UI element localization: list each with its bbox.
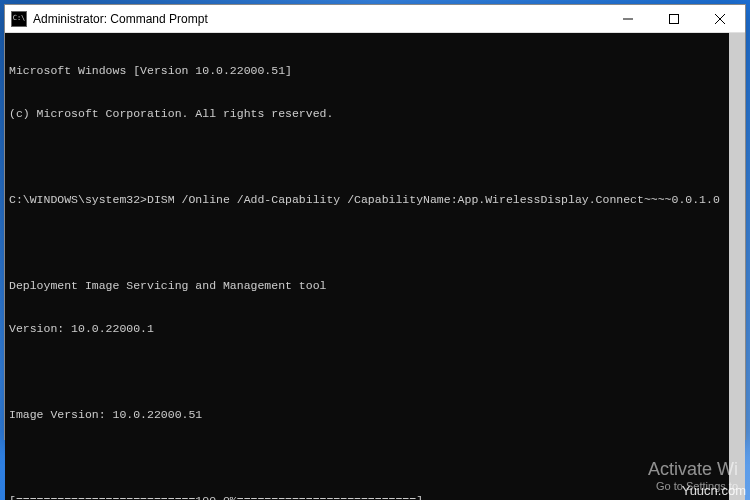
close-icon <box>715 14 725 24</box>
svg-rect-1 <box>670 14 679 23</box>
titlebar[interactable]: C:\ Administrator: Command Prompt <box>5 5 745 33</box>
site-watermark: Yuucn.com <box>682 483 746 498</box>
terminal-area: Microsoft Windows [Version 10.0.22000.51… <box>5 33 745 500</box>
scrollbar-thumb[interactable] <box>729 33 745 500</box>
close-button[interactable] <box>697 5 743 33</box>
window-title: Administrator: Command Prompt <box>33 12 605 26</box>
terminal-line: C:\WINDOWS\system32>DISM /Online /Add-Ca… <box>9 193 725 207</box>
terminal-line <box>9 236 725 250</box>
vertical-scrollbar[interactable] <box>729 33 745 500</box>
terminal-output[interactable]: Microsoft Windows [Version 10.0.22000.51… <box>5 33 729 500</box>
cmd-icon: C:\ <box>11 11 27 27</box>
terminal-line <box>9 451 725 465</box>
terminal-line: Image Version: 10.0.22000.51 <box>9 408 725 422</box>
cmd-window: C:\ Administrator: Command Prompt Micros… <box>4 4 746 440</box>
terminal-line: Deployment Image Servicing and Managemen… <box>9 279 725 293</box>
terminal-line <box>9 150 725 164</box>
cmd-icon-glyph: C:\ <box>13 15 26 22</box>
terminal-line <box>9 365 725 379</box>
terminal-line: [==========================100.0%=======… <box>9 494 725 501</box>
watermark-title: Activate Wi <box>648 459 738 480</box>
maximize-icon <box>669 14 679 24</box>
terminal-line: (c) Microsoft Corporation. All rights re… <box>9 107 725 121</box>
minimize-button[interactable] <box>605 5 651 33</box>
terminal-line: Version: 10.0.22000.1 <box>9 322 725 336</box>
minimize-icon <box>623 14 633 24</box>
window-controls <box>605 5 743 32</box>
terminal-line: Microsoft Windows [Version 10.0.22000.51… <box>9 64 725 78</box>
maximize-button[interactable] <box>651 5 697 33</box>
